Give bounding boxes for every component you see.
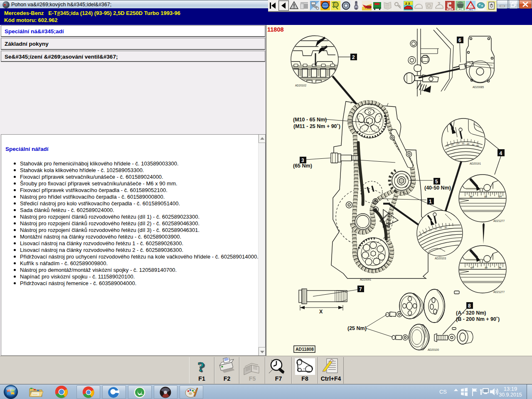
svg-text:AD20100: AD20100: [428, 348, 439, 351]
svg-text:40: 40: [476, 144, 479, 147]
svg-text:20: 20: [467, 143, 469, 145]
svg-text:OT: OT: [470, 266, 474, 269]
svg-text:10: 10: [462, 142, 464, 145]
svg-text:25: 25: [446, 144, 449, 147]
svg-text:7: 7: [359, 286, 362, 292]
svg-text:2 3: 2 3: [405, 2, 410, 5]
svg-text:AD20103: AD20103: [435, 257, 446, 260]
svg-text:AD20102: AD20102: [295, 84, 306, 87]
svg-text:?: ?: [197, 359, 204, 374]
svg-text:ABS: ABS: [469, 8, 473, 11]
svg-text:T: T: [303, 368, 305, 370]
svg-text:AD20085: AD20085: [473, 86, 484, 89]
svg-text:⚠: ⚠: [469, 4, 473, 8]
svg-text:4: 4: [500, 150, 502, 156]
svg-text:AD20091: AD20091: [360, 278, 371, 281]
svg-text:(M11 - 25 Nm + 90˚): (M11 - 25 Nm + 90˚): [293, 123, 340, 129]
svg-text:(40-50 Nm): (40-50 Nm): [424, 185, 451, 191]
svg-text:11808: 11808: [267, 26, 284, 33]
svg-text:(65 Nm): (65 Nm): [293, 163, 312, 169]
svg-text:10: 10: [485, 266, 488, 269]
svg-text:5: 5: [435, 179, 438, 185]
svg-text:SRS: SRS: [448, 8, 452, 10]
svg-text:8: 8: [468, 303, 471, 309]
svg-text:X: X: [319, 309, 323, 315]
svg-text:(B - 200 Nm + 90˚): (B - 200 Nm + 90˚): [456, 316, 500, 322]
svg-text:10: 10: [451, 143, 453, 146]
svg-text:AD20191: AD20191: [470, 162, 481, 165]
svg-text:OT: OT: [498, 195, 502, 198]
svg-text:(M10 - 65 Nm): (M10 - 65 Nm): [293, 117, 327, 123]
svg-text:20: 20: [498, 266, 501, 269]
svg-text:AD21277: AD21277: [493, 291, 505, 293]
svg-text:AD11808: AD11808: [296, 347, 314, 352]
svg-text:OT: OT: [456, 143, 460, 145]
svg-text:3: 3: [301, 158, 304, 163]
svg-text:(25 Nm): (25 Nm): [347, 325, 367, 331]
svg-text:6: 6: [458, 37, 461, 43]
svg-text:10: 10: [484, 195, 487, 198]
svg-text:?: ?: [438, 2, 440, 6]
svg-text:30: 30: [472, 143, 474, 146]
svg-text:20: 20: [470, 195, 473, 198]
svg-text:1: 1: [429, 199, 432, 204]
svg-text:2: 2: [352, 54, 355, 60]
svg-text:AD21277: AD21277: [493, 219, 505, 222]
svg-text:A/C: A/C: [459, 8, 463, 10]
